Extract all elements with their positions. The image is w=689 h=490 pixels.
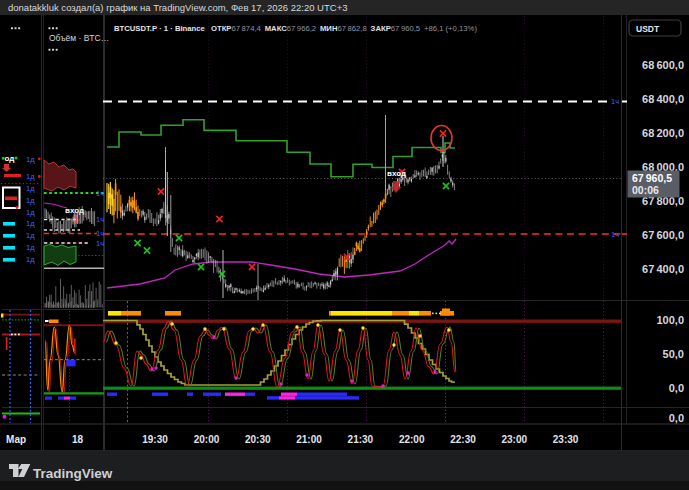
svg-text:18: 18 <box>72 434 84 445</box>
svg-text:50,0: 50,0 <box>663 348 684 360</box>
svg-text:1ч: 1ч <box>96 239 104 248</box>
svg-text:ОТКР67 874,4 МАКС67 966,2 МИН6: ОТКР67 874,4 МАКС67 966,2 МИН67 862,8 ЗА… <box>211 24 477 33</box>
svg-text:21:30: 21:30 <box>348 434 374 445</box>
svg-text:1д: 1д <box>26 231 35 240</box>
svg-text:68 400,0: 68 400,0 <box>642 93 684 105</box>
svg-text:вход: вход <box>387 169 406 178</box>
svg-text:67 400,0: 67 400,0 <box>642 263 684 275</box>
svg-text:1д: 1д <box>26 172 35 181</box>
svg-text:Мар: Мар <box>6 434 26 445</box>
svg-text:100,0: 100,0 <box>656 314 684 326</box>
svg-text:1д: 1д <box>26 184 35 193</box>
svg-text:00:06: 00:06 <box>632 184 659 196</box>
svg-text:1ч: 1ч <box>96 189 104 198</box>
svg-text:1ч: 1ч <box>96 215 104 224</box>
svg-text:67 960,5: 67 960,5 <box>632 172 672 184</box>
svg-text:22:00: 22:00 <box>399 434 425 445</box>
svg-text:68 600,0: 68 600,0 <box>642 59 684 71</box>
svg-text:1д: 1д <box>26 196 35 205</box>
svg-text:од: од <box>5 154 15 163</box>
svg-text:Объём · BTC…: Объём · BTC… <box>49 33 109 43</box>
svg-text:23:00: 23:00 <box>502 434 528 445</box>
svg-text:20:00: 20:00 <box>194 434 220 445</box>
svg-text:1д: 1д <box>26 208 35 217</box>
svg-text:1д: 1д <box>26 155 35 164</box>
svg-text:1д: 1д <box>26 219 35 228</box>
svg-text:22:30: 22:30 <box>450 434 476 445</box>
svg-text:1ч: 1ч <box>611 97 619 106</box>
svg-text:23:30: 23:30 <box>553 434 579 445</box>
svg-text:1ч: 1ч <box>611 230 619 239</box>
svg-text:0,0: 0,0 <box>669 382 684 394</box>
svg-text:BTCUSDT.P · 1 · Binance: BTCUSDT.P · 1 · Binance <box>114 24 206 33</box>
svg-text:67 600,0: 67 600,0 <box>642 229 684 241</box>
svg-text:68 200,0: 68 200,0 <box>642 127 684 139</box>
svg-text:19:30: 19:30 <box>142 434 168 445</box>
svg-text:USDT: USDT <box>636 24 660 34</box>
svg-text:21:00: 21:00 <box>296 434 322 445</box>
svg-text:TradingView: TradingView <box>33 466 113 481</box>
svg-text:0,0: 0,0 <box>669 412 684 424</box>
svg-text:1ч: 1ч <box>96 229 104 238</box>
svg-text:20:30: 20:30 <box>245 434 271 445</box>
svg-text:1д: 1д <box>26 255 35 264</box>
svg-text:1д: 1д <box>26 243 35 252</box>
